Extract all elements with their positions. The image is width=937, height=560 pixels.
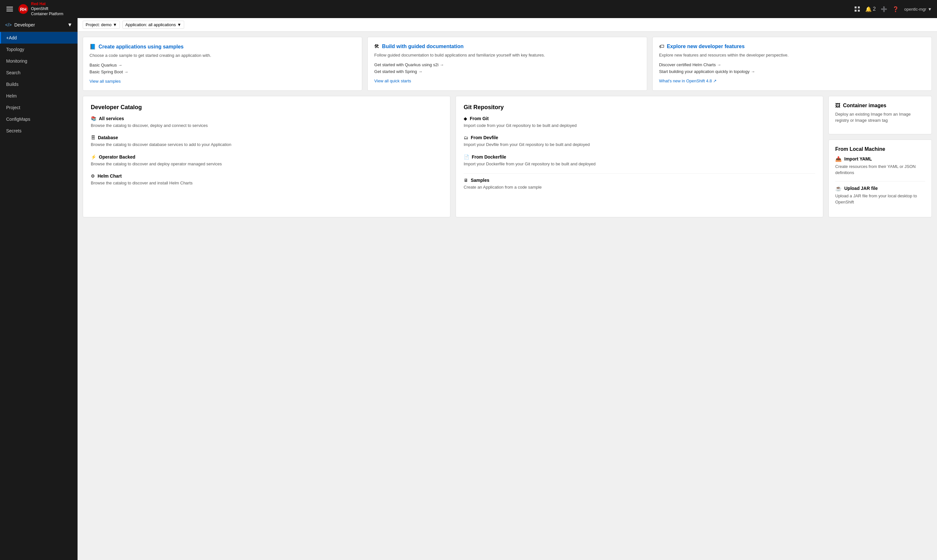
git-repository-title: Git Repository bbox=[464, 104, 815, 111]
developer-catalog-title: Developer Catalog bbox=[91, 104, 442, 111]
developer-icon: </> bbox=[5, 22, 12, 28]
all-services-desc: Browse the catalog to discover, deploy a… bbox=[91, 122, 442, 129]
sidebar-item-topology[interactable]: Topology bbox=[0, 44, 77, 55]
top-nav: RH Red Hat OpenShift Container Platform … bbox=[0, 0, 937, 18]
from-devfile-item[interactable]: 🗂 From Devfile Import your Devfile from … bbox=[464, 135, 815, 148]
container-images-card[interactable]: 🖼 Container images Deploy an existing Im… bbox=[828, 96, 932, 134]
from-git-desc: Import code from your Git repository to … bbox=[464, 122, 815, 129]
upload-jar-title: Upload JAR file bbox=[844, 186, 878, 191]
spring-link[interactable]: Get started with Spring → bbox=[374, 69, 640, 74]
help-button[interactable]: ❓ bbox=[892, 6, 899, 12]
git-samples-desc: Create an Application from a code sample bbox=[464, 184, 815, 191]
sidebar-item-builds[interactable]: Builds bbox=[0, 78, 77, 90]
quarkus-link[interactable]: Basic Quarkus → bbox=[89, 63, 355, 68]
sidebar-item-search[interactable]: Search bbox=[0, 67, 77, 78]
upload-jar-item[interactable]: ☕ Upload JAR file Upload a JAR file from… bbox=[835, 185, 925, 205]
samples-card: 📘 Create applications using samples Choo… bbox=[83, 37, 362, 91]
app-label: Application: all applications bbox=[125, 22, 176, 27]
view-all-samples-link[interactable]: View all samples bbox=[89, 79, 121, 84]
quickstarts-title[interactable]: Build with guided documentation bbox=[382, 44, 463, 49]
upload-jar-desc: Upload a JAR file from your local deskto… bbox=[835, 193, 925, 205]
import-yaml-desc: Create resources from their YAML or JSON… bbox=[835, 163, 925, 176]
topology-nav-label: Topology bbox=[6, 47, 24, 52]
brand-platform: Container Platform bbox=[31, 12, 63, 17]
developer-catalog-card: Developer Catalog 📚 All services Browse … bbox=[83, 96, 450, 217]
brand-redhat: Red Hat bbox=[31, 2, 63, 7]
import-yaml-icon: 📥 bbox=[835, 156, 842, 162]
git-repository-card: Git Repository ◆ From Git Import code fr… bbox=[456, 96, 823, 217]
sidebar-item-secrets[interactable]: Secrets bbox=[0, 125, 77, 137]
sidebar-item-project[interactable]: Project bbox=[0, 102, 77, 113]
samples-desc: Choose a code sample to get started crea… bbox=[89, 52, 355, 59]
import-yaml-item[interactable]: 📥 Import YAML Create resources from thei… bbox=[835, 156, 925, 176]
topology-link[interactable]: Start building your application quickly … bbox=[659, 69, 925, 74]
samples-item[interactable]: 🖥 Samples Create an Application from a c… bbox=[464, 178, 815, 191]
from-dockerfile-desc: Import your Dockerfile from your Git rep… bbox=[464, 161, 815, 167]
quickstarts-card: 🛠 Build with guided documentation Follow… bbox=[367, 37, 647, 91]
quickstarts-icon: 🛠 bbox=[374, 44, 379, 49]
sidebar-item-configmaps[interactable]: ConfigMaps bbox=[0, 113, 77, 125]
features-icon: 🏷 bbox=[659, 44, 664, 49]
brand-product: OpenShift bbox=[31, 6, 63, 12]
samples-git-icon: 🖥 bbox=[464, 178, 468, 183]
from-git-item[interactable]: ◆ From Git Import code from your Git rep… bbox=[464, 116, 815, 129]
upload-jar-icon: ☕ bbox=[835, 185, 842, 192]
main-content: Project: demo ▼ Application: all applica… bbox=[77, 18, 937, 560]
user-menu[interactable]: opentlc-mgr ▼ bbox=[904, 7, 932, 12]
right-column: 🖼 Container images Deploy an existing Im… bbox=[828, 96, 932, 217]
helm-desc: Browse the catalog to discover and insta… bbox=[91, 180, 442, 186]
brand: RH Red Hat OpenShift Container Platform bbox=[18, 2, 63, 17]
search-nav-label: Search bbox=[6, 70, 20, 75]
features-card: 🏷 Explore new developer features Explore… bbox=[652, 37, 932, 91]
operator-backed-item[interactable]: ⚡ Operator Backed Browse the catalog to … bbox=[91, 154, 442, 167]
database-item[interactable]: 🗄 Database Browse the catalog to discove… bbox=[91, 135, 442, 148]
sidebar: </> Developer ▼ +Add Topology Monitoring… bbox=[0, 18, 77, 560]
app-selector[interactable]: Application: all applications ▼ bbox=[122, 21, 184, 29]
secrets-nav-label: Secrets bbox=[6, 128, 21, 133]
helm-icon: ⚙ bbox=[91, 174, 95, 178]
app-chevron-icon: ▼ bbox=[177, 22, 181, 27]
devfile-icon: 🗂 bbox=[464, 135, 468, 140]
username-label: opentlc-mgr bbox=[904, 7, 926, 12]
sidebar-item-monitoring[interactable]: Monitoring bbox=[0, 55, 77, 67]
quarkus-s2i-link[interactable]: Get started with Quarkus using s2i → bbox=[374, 62, 640, 67]
perspective-label: Developer bbox=[14, 22, 35, 28]
database-desc: Browse the catalog to discover database … bbox=[91, 142, 442, 148]
features-title[interactable]: Explore new developer features bbox=[667, 44, 745, 49]
container-images-desc: Deploy an existing Image from an Image r… bbox=[835, 111, 925, 124]
bottom-section: Developer Catalog 📚 All services Browse … bbox=[83, 96, 932, 217]
sidebar-item-helm[interactable]: Helm bbox=[0, 90, 77, 102]
spring-boot-link[interactable]: Basic Spring Boot → bbox=[89, 69, 355, 74]
sidebar-item-add[interactable]: +Add bbox=[0, 32, 77, 44]
from-local-machine-title: From Local Machine bbox=[835, 146, 885, 152]
helm-chart-item[interactable]: ⚙ Helm Chart Browse the catalog to disco… bbox=[91, 174, 442, 186]
database-icon: 🗄 bbox=[91, 135, 95, 140]
project-selector[interactable]: Project: demo ▼ bbox=[83, 21, 120, 29]
helm-title: Helm Chart bbox=[97, 174, 122, 178]
monitoring-nav-label: Monitoring bbox=[6, 58, 27, 64]
redhat-logo: RH bbox=[18, 4, 28, 14]
notifications-button[interactable]: 🔔 2 bbox=[865, 6, 876, 12]
all-services-item[interactable]: 📚 All services Browse the catalog to dis… bbox=[91, 116, 442, 129]
quickstarts-desc: Follow guided documentation to build app… bbox=[374, 52, 640, 58]
svg-rect-5 bbox=[858, 10, 860, 12]
from-devfile-desc: Import your Devfile from your Git reposi… bbox=[464, 142, 815, 148]
project-label: Project: demo bbox=[86, 22, 111, 27]
perspective-switcher[interactable]: </> Developer ▼ bbox=[0, 18, 77, 32]
view-all-quickstarts-link[interactable]: View all quick starts bbox=[374, 78, 411, 83]
grid-button[interactable] bbox=[854, 6, 860, 12]
svg-text:RH: RH bbox=[20, 7, 26, 12]
local-machine-section: 📥 Import YAML Create resources from thei… bbox=[835, 156, 925, 205]
helm-charts-link[interactable]: Discover certified Helm Charts → bbox=[659, 62, 925, 67]
samples-title[interactable]: Create applications using samples bbox=[99, 44, 183, 50]
operator-desc: Browse the catalog to discover and deplo… bbox=[91, 161, 442, 167]
sidebar-nav: +Add Topology Monitoring Search Builds H… bbox=[0, 32, 77, 137]
add-button[interactable]: ➕ bbox=[881, 6, 887, 12]
helm-nav-label: Helm bbox=[6, 93, 17, 98]
whats-new-link[interactable]: What's new in OpenShift 4.8 ↗ bbox=[659, 78, 717, 83]
container-images-title: Container images bbox=[843, 103, 886, 109]
hamburger-menu[interactable] bbox=[5, 6, 14, 12]
user-chevron-icon: ▼ bbox=[928, 7, 932, 12]
from-dockerfile-item[interactable]: 📄 From Dockerfile Import your Dockerfile… bbox=[464, 154, 815, 167]
dockerfile-icon: 📄 bbox=[464, 154, 469, 160]
